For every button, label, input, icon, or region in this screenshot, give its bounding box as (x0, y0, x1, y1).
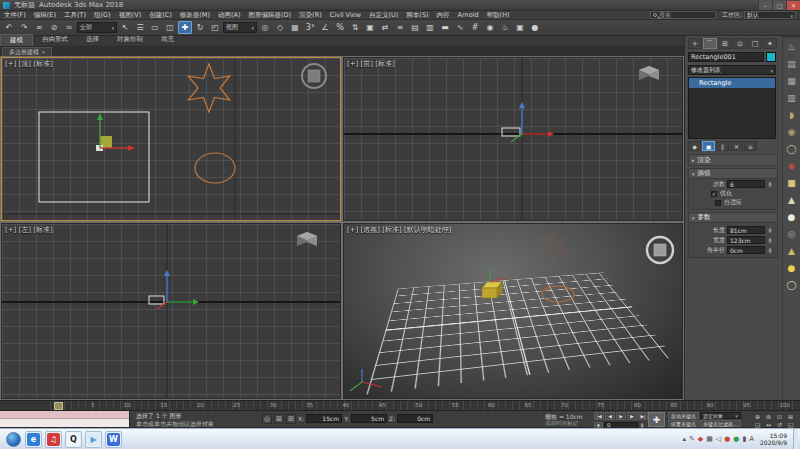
select-and-link-icon[interactable]: ∞ (32, 21, 46, 34)
star-shape[interactable] (542, 232, 566, 260)
workspace-dropdown[interactable]: 默认 (744, 11, 796, 19)
viewcube[interactable] (639, 66, 659, 80)
search-input[interactable]: 搜索 (650, 11, 716, 19)
menu-item[interactable]: 自定义(U) (365, 11, 402, 19)
viewport-front[interactable]: [+] [前] [标准] (343, 57, 683, 221)
snaps-toggle-icon[interactable]: 3³ (303, 21, 317, 34)
make-unique-icon[interactable]: ∥ (716, 141, 729, 151)
torus-icon[interactable]: ◎ (785, 227, 798, 240)
corner-radius-field[interactable]: 0cm (727, 246, 765, 254)
minimize-button[interactable]: – (758, 1, 772, 10)
spinner-snap-icon[interactable]: ⇅ (348, 21, 362, 34)
wps-icon[interactable]: W (105, 431, 122, 448)
spinner-arrows[interactable]: ▲▼ (767, 180, 773, 188)
selection-filter-key-dropdown[interactable]: 选定对象 (700, 412, 741, 419)
x-coordinate-field[interactable]: 15cm (306, 414, 342, 423)
move-gizmo[interactable] (157, 270, 199, 309)
isolate-selection-icon[interactable]: ◎ (262, 414, 272, 424)
orbit-icon[interactable]: ↺ (774, 420, 785, 428)
render-setup-icon[interactable]: ♨ (498, 21, 512, 34)
key-filters-button[interactable]: 关键点过滤器... (700, 420, 741, 427)
teapot-icon[interactable]: ♨ (785, 40, 798, 53)
align-icon[interactable]: ≡ (393, 21, 407, 34)
selection-filter-dropdown[interactable]: 全部 (77, 22, 117, 33)
pan-icon[interactable]: ↔ (763, 420, 774, 428)
video-app-icon[interactable]: ▶ (85, 431, 102, 448)
viewport-perspective-label[interactable]: [+] [透视] [标准] [默认明暗处理] (347, 225, 451, 235)
motion-tab[interactable]: ⊙ (733, 38, 747, 49)
qq-icon[interactable]: Q (65, 431, 82, 448)
zoom-icon[interactable]: ⊕ (752, 412, 763, 420)
security-tray-icon[interactable]: ◆ (698, 435, 703, 443)
length-field[interactable]: 81cm (727, 226, 765, 234)
select-by-name-icon[interactable]: ☰ (133, 21, 147, 34)
music-tray-icon[interactable]: ● (724, 435, 730, 443)
geosphere-icon[interactable]: ● (785, 261, 798, 274)
percent-snap-icon[interactable]: % (333, 21, 347, 34)
material-editor-icon[interactable]: ◉ (483, 21, 497, 34)
circle-shape[interactable] (195, 153, 235, 183)
menu-item[interactable]: 脚本(S) (402, 11, 432, 19)
object-color-swatch[interactable] (766, 52, 776, 62)
optimize-checkbox[interactable] (711, 191, 717, 197)
go-to-start-icon[interactable]: |◀ (594, 412, 604, 420)
lock-selection-icon[interactable]: ⊠ (274, 414, 284, 424)
ribbon-tab[interactable]: 填充 (152, 34, 183, 46)
add-time-tag[interactable]: 添加时间标记 (545, 420, 578, 427)
rendered-frame-icon[interactable]: ▣ (513, 21, 527, 34)
tube-icon[interactable]: ◯ (785, 278, 798, 291)
cone-icon[interactable]: ▲ (785, 193, 798, 206)
menu-item[interactable]: 帮助(H) (483, 11, 514, 19)
viewport-top-label[interactable]: [+] [顶] [标准] (5, 59, 53, 69)
layer-explorer-icon[interactable]: ▥ (423, 21, 437, 34)
chart-icon[interactable]: ▤ (785, 57, 798, 70)
move-gizmo[interactable] (96, 113, 135, 151)
browser-icon[interactable]: e (25, 431, 42, 448)
clock[interactable]: 15:09 2020/9/9 (760, 432, 787, 446)
previous-frame-icon[interactable]: ◀ (605, 412, 615, 420)
z-coordinate-field[interactable]: 0cm (397, 414, 433, 423)
time-slider-handle[interactable] (54, 402, 63, 410)
viewport-top[interactable]: [+] [顶] [标准] (1, 57, 341, 221)
ribbon-tab[interactable]: 自由形式 (33, 34, 77, 46)
ribbon-tab[interactable]: 建模 (0, 34, 33, 46)
keyboard-override-icon[interactable]: ▦ (288, 21, 302, 34)
auto-key-button[interactable]: 自动关键点 (668, 412, 699, 419)
select-and-manipulate-icon[interactable]: ◇ (273, 21, 287, 34)
zoom-extents-all-icon[interactable]: ⊞ (785, 412, 796, 420)
render-production-icon[interactable]: ● (528, 21, 542, 34)
menu-item[interactable]: 工具(T) (60, 11, 90, 19)
display-tab[interactable]: □ (748, 38, 762, 49)
utilities-tab[interactable]: ✦ (763, 38, 777, 49)
jar-icon[interactable]: ◉ (785, 125, 798, 138)
angle-snap-icon[interactable]: ∠ (318, 21, 332, 34)
sphere-icon[interactable]: ● (785, 210, 798, 223)
spinner-arrows[interactable]: ▲▼ (767, 226, 773, 234)
reference-coordinate-dropdown[interactable]: 视图 (223, 22, 257, 33)
remove-modifier-icon[interactable]: ✕ (730, 141, 743, 151)
ribbon-tab[interactable]: 选择 (77, 34, 108, 46)
star-shape[interactable] (188, 64, 230, 112)
menu-item[interactable]: 创建(C) (145, 11, 176, 19)
viewcube[interactable] (302, 64, 326, 88)
show-end-result-icon[interactable]: ▣ (702, 141, 715, 151)
box-icon[interactable]: ■ (785, 176, 798, 189)
spinner-arrows[interactable]: ▲▼ (767, 236, 773, 244)
viewcube[interactable] (297, 232, 317, 246)
show-desktop-button[interactable] (793, 429, 798, 449)
zoom-region-icon[interactable]: ◲ (752, 420, 763, 428)
menu-item[interactable]: 视图(V) (115, 11, 146, 19)
menu-item[interactable]: 渲染(R) (295, 11, 326, 19)
menu-item[interactable]: 动画(A) (214, 11, 245, 19)
maximize-viewport-icon[interactable]: ◱ (785, 420, 796, 428)
named-selection-sets-icon[interactable]: ▣ (363, 21, 377, 34)
tray-expand-icon[interactable]: ▴ (682, 435, 686, 443)
width-field[interactable]: 123cm (727, 236, 765, 244)
select-and-rotate-icon[interactable]: ↻ (193, 21, 207, 34)
volume-tray-icon[interactable]: ◁ (716, 435, 721, 443)
zoom-extents-icon[interactable]: ⊡ (774, 412, 785, 420)
ribbon-tab[interactable]: 对象绘制 (108, 34, 152, 46)
menu-item[interactable]: Arnold (454, 11, 483, 19)
shoe-icon[interactable]: ◆ (785, 159, 798, 172)
select-object-icon[interactable]: ↖ (118, 21, 132, 34)
